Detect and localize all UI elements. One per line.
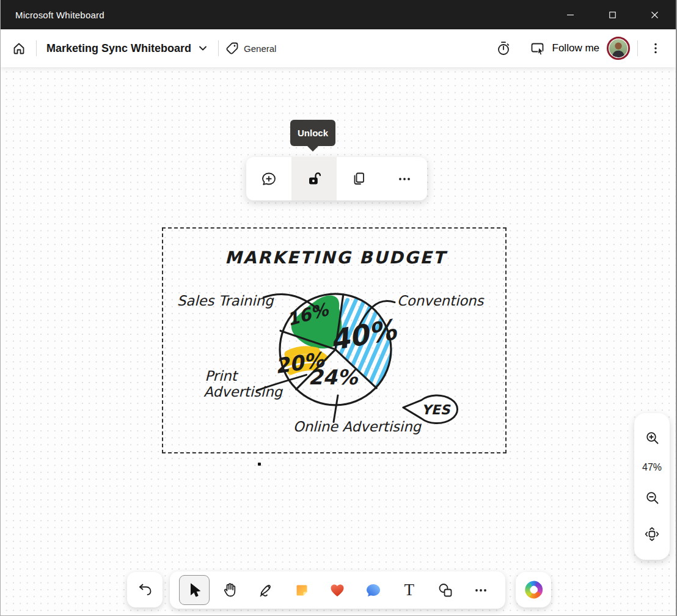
copilot-icon bbox=[522, 579, 544, 601]
divider bbox=[218, 40, 219, 56]
zoom-out-icon bbox=[645, 490, 660, 505]
drawing-title: MARKETING BUDGET bbox=[225, 248, 448, 268]
avatar[interactable] bbox=[607, 37, 630, 60]
cursor-icon bbox=[186, 582, 203, 599]
pen-icon bbox=[257, 582, 274, 599]
minimize-button[interactable] bbox=[549, 0, 591, 29]
label-conventions: Conventions bbox=[397, 293, 485, 309]
yes-label: YES bbox=[422, 402, 451, 417]
timer-button[interactable] bbox=[492, 37, 515, 60]
zoom-panel: 47% bbox=[634, 413, 670, 560]
lock-icon bbox=[305, 170, 323, 188]
reaction-tool[interactable] bbox=[322, 575, 353, 605]
follow-me-label: Follow me bbox=[552, 42, 599, 54]
present-cursor-icon bbox=[530, 40, 546, 57]
chevron-down-icon bbox=[197, 43, 208, 54]
avatar-photo bbox=[609, 39, 628, 57]
ink-dot bbox=[258, 463, 261, 466]
text-tool-glyph: T bbox=[404, 582, 415, 598]
window-controls bbox=[549, 0, 676, 29]
close-icon bbox=[651, 12, 658, 18]
add-comment-button[interactable] bbox=[246, 157, 291, 200]
unlock-tooltip-label: Unlock bbox=[298, 128, 328, 138]
note-tool[interactable] bbox=[287, 575, 317, 605]
label-sales-training: Sales Training bbox=[177, 293, 274, 309]
sticky-note-icon bbox=[293, 582, 310, 599]
header-left: Marketing Sync Whiteboard General bbox=[8, 37, 276, 59]
pan-tool[interactable] bbox=[214, 575, 245, 605]
selection-more-button[interactable] bbox=[382, 157, 427, 200]
board-menu-button[interactable] bbox=[194, 39, 212, 57]
follow-me-button[interactable]: Follow me bbox=[526, 37, 607, 61]
copy-icon bbox=[350, 170, 368, 188]
divider bbox=[36, 40, 37, 56]
tool-toolbar: T bbox=[170, 571, 505, 609]
tag-icon bbox=[225, 41, 240, 56]
fit-to-screen-button[interactable] bbox=[640, 522, 664, 546]
comment-bubble-icon bbox=[365, 582, 382, 599]
heart-icon bbox=[329, 582, 346, 599]
toolbar-more-button[interactable] bbox=[466, 575, 496, 605]
shapes-icon bbox=[437, 582, 454, 599]
undo-button[interactable] bbox=[127, 572, 163, 607]
maximize-icon bbox=[609, 12, 616, 18]
unlock-tooltip: Unlock bbox=[290, 120, 335, 146]
board-title[interactable]: Marketing Sync Whiteboard bbox=[46, 42, 191, 55]
comment-add-icon bbox=[260, 170, 278, 188]
close-button[interactable] bbox=[634, 0, 676, 29]
hand-icon bbox=[221, 582, 238, 599]
maximize-button[interactable] bbox=[591, 0, 634, 29]
zoom-out-button[interactable] bbox=[641, 486, 664, 509]
fit-screen-icon bbox=[643, 526, 661, 543]
selected-image[interactable]: MARKETING BUDGET 16% 40% 20% 24% bbox=[162, 227, 507, 453]
ellipsis-icon bbox=[395, 170, 414, 188]
copilot-button[interactable] bbox=[516, 572, 551, 607]
titlebar: Microsoft Whiteboard bbox=[1, 0, 676, 29]
divider bbox=[637, 40, 638, 56]
label-online-advertising: Online Advertising bbox=[293, 419, 422, 435]
home-button[interactable] bbox=[8, 37, 30, 59]
minimize-icon bbox=[567, 12, 574, 18]
header-right: Follow me bbox=[492, 37, 666, 61]
zoom-in-icon bbox=[645, 430, 660, 446]
comment-tool[interactable] bbox=[358, 575, 389, 605]
select-tool[interactable] bbox=[179, 575, 210, 605]
label-print-line1: Print bbox=[205, 368, 238, 384]
text-tool[interactable]: T bbox=[394, 575, 425, 605]
more-vertical-icon bbox=[649, 41, 662, 56]
marketing-budget-drawing: MARKETING BUDGET 16% 40% 20% 24% bbox=[163, 229, 505, 452]
app-title: Microsoft Whiteboard bbox=[1, 10, 104, 20]
label-print-line2: Advertising bbox=[203, 384, 283, 400]
duplicate-button[interactable] bbox=[337, 157, 382, 200]
unlock-button[interactable] bbox=[291, 157, 337, 200]
undo-icon bbox=[136, 581, 153, 598]
timer-icon bbox=[496, 40, 511, 56]
header: Marketing Sync Whiteboard General bbox=[1, 29, 676, 67]
ellipsis-icon bbox=[472, 582, 489, 599]
pct-online-advertising: 24% bbox=[309, 365, 359, 389]
zoom-level: 47% bbox=[642, 462, 662, 473]
zoom-in-button[interactable] bbox=[641, 427, 664, 449]
selection-toolbar bbox=[246, 157, 427, 200]
home-icon bbox=[12, 41, 26, 56]
shapes-tool[interactable] bbox=[430, 575, 461, 605]
category-label[interactable]: General bbox=[244, 43, 276, 54]
header-more-button[interactable] bbox=[645, 37, 666, 59]
ink-tool[interactable] bbox=[251, 575, 281, 605]
